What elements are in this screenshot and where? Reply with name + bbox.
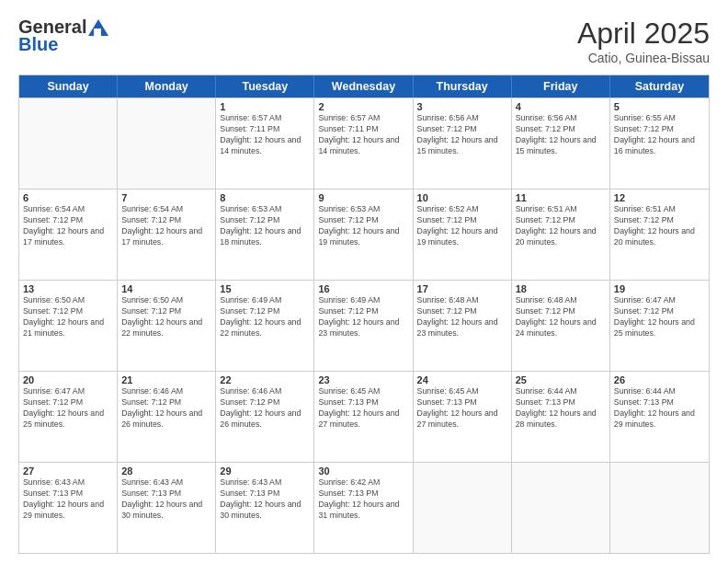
calendar-title: April 2025 <box>577 17 710 51</box>
day-number: 22 <box>220 374 310 385</box>
day-info: Sunrise: 6:56 AM Sunset: 7:12 PM Dayligh… <box>516 113 606 157</box>
logo-blue-text: Blue <box>18 34 58 55</box>
calendar-header-row: SundayMondayTuesdayWednesdayThursdayFrid… <box>19 75 709 98</box>
day-number: 6 <box>23 192 113 203</box>
day-number: 10 <box>417 192 507 203</box>
day-number: 9 <box>318 192 408 203</box>
day-info: Sunrise: 6:52 AM Sunset: 7:12 PM Dayligh… <box>417 204 507 248</box>
day-number: 13 <box>23 283 113 294</box>
logo: General Blue <box>18 17 108 55</box>
day-info: Sunrise: 6:53 AM Sunset: 7:12 PM Dayligh… <box>220 204 310 248</box>
calendar-cell <box>19 98 118 189</box>
calendar-cell <box>414 463 512 553</box>
calendar-week-3: 13Sunrise: 6:50 AM Sunset: 7:12 PM Dayli… <box>19 280 709 371</box>
calendar-cell: 28Sunrise: 6:43 AM Sunset: 7:13 PM Dayli… <box>118 463 216 553</box>
day-number: 7 <box>121 192 211 203</box>
header-day-friday: Friday <box>512 75 610 98</box>
day-number: 25 <box>516 374 606 385</box>
day-number: 14 <box>121 283 211 294</box>
day-number: 17 <box>417 283 507 294</box>
calendar-cell: 1Sunrise: 6:57 AM Sunset: 7:11 PM Daylig… <box>216 98 314 189</box>
calendar-cell: 30Sunrise: 6:42 AM Sunset: 7:13 PM Dayli… <box>314 463 413 553</box>
day-info: Sunrise: 6:57 AM Sunset: 7:11 PM Dayligh… <box>318 113 408 157</box>
day-number: 12 <box>614 192 705 203</box>
calendar-cell: 10Sunrise: 6:52 AM Sunset: 7:12 PM Dayli… <box>414 190 512 280</box>
day-info: Sunrise: 6:43 AM Sunset: 7:13 PM Dayligh… <box>121 477 211 522</box>
day-info: Sunrise: 6:45 AM Sunset: 7:13 PM Dayligh… <box>318 386 408 431</box>
calendar-cell: 26Sunrise: 6:44 AM Sunset: 7:13 PM Dayli… <box>610 372 709 462</box>
day-info: Sunrise: 6:46 AM Sunset: 7:12 PM Dayligh… <box>121 386 211 431</box>
day-info: Sunrise: 6:44 AM Sunset: 7:13 PM Dayligh… <box>516 386 606 431</box>
day-number: 26 <box>614 374 705 385</box>
header-day-wednesday: Wednesday <box>314 75 413 98</box>
calendar-cell: 20Sunrise: 6:47 AM Sunset: 7:12 PM Dayli… <box>19 372 118 462</box>
page: General Blue April 2025 Catio, Guinea-Bi… <box>0 0 728 563</box>
calendar-cell: 5Sunrise: 6:55 AM Sunset: 7:12 PM Daylig… <box>610 98 709 189</box>
calendar-cell: 24Sunrise: 6:45 AM Sunset: 7:13 PM Dayli… <box>414 372 512 462</box>
day-info: Sunrise: 6:48 AM Sunset: 7:12 PM Dayligh… <box>516 295 606 339</box>
day-number: 29 <box>220 465 310 477</box>
day-info: Sunrise: 6:46 AM Sunset: 7:12 PM Dayligh… <box>220 386 310 431</box>
calendar-cell: 6Sunrise: 6:54 AM Sunset: 7:12 PM Daylig… <box>19 190 118 280</box>
calendar-cell: 3Sunrise: 6:56 AM Sunset: 7:12 PM Daylig… <box>414 98 512 189</box>
calendar-cell: 25Sunrise: 6:44 AM Sunset: 7:13 PM Dayli… <box>512 372 610 462</box>
calendar-cell: 4Sunrise: 6:56 AM Sunset: 7:12 PM Daylig… <box>512 98 610 189</box>
day-info: Sunrise: 6:47 AM Sunset: 7:12 PM Dayligh… <box>23 386 113 431</box>
day-number: 5 <box>614 101 705 112</box>
day-info: Sunrise: 6:56 AM Sunset: 7:12 PM Dayligh… <box>417 113 507 157</box>
calendar-cell: 18Sunrise: 6:48 AM Sunset: 7:12 PM Dayli… <box>512 281 610 371</box>
day-number: 8 <box>220 192 310 203</box>
calendar-subtitle: Catio, Guinea-Bissau <box>577 51 710 65</box>
calendar-cell: 12Sunrise: 6:51 AM Sunset: 7:12 PM Dayli… <box>610 190 709 280</box>
svg-marker-1 <box>94 29 101 36</box>
calendar-week-4: 20Sunrise: 6:47 AM Sunset: 7:12 PM Dayli… <box>19 371 709 462</box>
calendar-cell: 9Sunrise: 6:53 AM Sunset: 7:12 PM Daylig… <box>314 190 413 280</box>
logo-icon <box>88 19 108 36</box>
day-info: Sunrise: 6:49 AM Sunset: 7:12 PM Dayligh… <box>220 295 310 339</box>
day-info: Sunrise: 6:54 AM Sunset: 7:12 PM Dayligh… <box>23 204 113 248</box>
day-info: Sunrise: 6:51 AM Sunset: 7:12 PM Dayligh… <box>516 204 606 248</box>
day-number: 30 <box>318 465 408 477</box>
calendar-cell: 27Sunrise: 6:43 AM Sunset: 7:13 PM Dayli… <box>19 463 118 553</box>
calendar: SundayMondayTuesdayWednesdayThursdayFrid… <box>18 75 710 554</box>
day-number: 15 <box>220 283 310 294</box>
calendar-cell: 16Sunrise: 6:49 AM Sunset: 7:12 PM Dayli… <box>314 281 413 371</box>
day-number: 19 <box>614 283 705 294</box>
day-info: Sunrise: 6:48 AM Sunset: 7:12 PM Dayligh… <box>417 295 507 339</box>
day-number: 3 <box>417 101 507 112</box>
calendar-week-5: 27Sunrise: 6:43 AM Sunset: 7:13 PM Dayli… <box>19 462 709 553</box>
calendar-cell: 7Sunrise: 6:54 AM Sunset: 7:12 PM Daylig… <box>118 190 216 280</box>
day-number: 2 <box>318 101 408 112</box>
calendar-cell: 21Sunrise: 6:46 AM Sunset: 7:12 PM Dayli… <box>118 372 216 462</box>
day-number: 28 <box>121 465 211 477</box>
calendar-cell: 29Sunrise: 6:43 AM Sunset: 7:13 PM Dayli… <box>216 463 314 553</box>
day-info: Sunrise: 6:55 AM Sunset: 7:12 PM Dayligh… <box>614 113 705 157</box>
day-info: Sunrise: 6:43 AM Sunset: 7:13 PM Dayligh… <box>23 477 113 522</box>
calendar-cell: 15Sunrise: 6:49 AM Sunset: 7:12 PM Dayli… <box>216 281 314 371</box>
day-number: 20 <box>23 374 113 385</box>
day-info: Sunrise: 6:45 AM Sunset: 7:13 PM Dayligh… <box>417 386 507 431</box>
header-day-saturday: Saturday <box>610 75 709 98</box>
day-number: 23 <box>318 374 408 385</box>
calendar-week-2: 6Sunrise: 6:54 AM Sunset: 7:12 PM Daylig… <box>19 189 709 280</box>
header-day-thursday: Thursday <box>414 75 512 98</box>
day-info: Sunrise: 6:50 AM Sunset: 7:12 PM Dayligh… <box>121 295 211 339</box>
calendar-cell: 8Sunrise: 6:53 AM Sunset: 7:12 PM Daylig… <box>216 190 314 280</box>
calendar-cell: 22Sunrise: 6:46 AM Sunset: 7:12 PM Dayli… <box>216 372 314 462</box>
calendar-week-1: 1Sunrise: 6:57 AM Sunset: 7:11 PM Daylig… <box>19 98 709 189</box>
day-info: Sunrise: 6:57 AM Sunset: 7:11 PM Dayligh… <box>220 113 310 157</box>
header-day-tuesday: Tuesday <box>216 75 314 98</box>
calendar-cell: 17Sunrise: 6:48 AM Sunset: 7:12 PM Dayli… <box>414 281 512 371</box>
calendar-cell <box>610 463 709 553</box>
day-info: Sunrise: 6:42 AM Sunset: 7:13 PM Dayligh… <box>318 477 408 522</box>
day-info: Sunrise: 6:51 AM Sunset: 7:12 PM Dayligh… <box>614 204 705 248</box>
calendar-cell: 19Sunrise: 6:47 AM Sunset: 7:12 PM Dayli… <box>610 281 709 371</box>
day-info: Sunrise: 6:50 AM Sunset: 7:12 PM Dayligh… <box>23 295 113 339</box>
calendar-cell: 13Sunrise: 6:50 AM Sunset: 7:12 PM Dayli… <box>19 281 118 371</box>
calendar-cell: 11Sunrise: 6:51 AM Sunset: 7:12 PM Dayli… <box>512 190 610 280</box>
day-info: Sunrise: 6:53 AM Sunset: 7:12 PM Dayligh… <box>318 204 408 248</box>
day-number: 18 <box>516 283 606 294</box>
header-day-sunday: Sunday <box>19 75 118 98</box>
day-info: Sunrise: 6:43 AM Sunset: 7:13 PM Dayligh… <box>220 477 310 522</box>
calendar-cell <box>118 98 216 189</box>
